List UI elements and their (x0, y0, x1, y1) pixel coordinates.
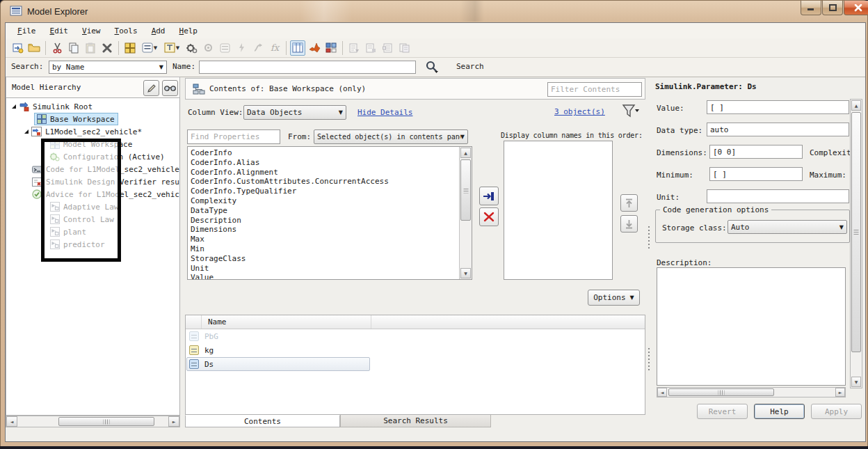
menu-help[interactable]: Help (173, 25, 204, 37)
contents-table[interactable]: Name PbG kg Ds (185, 315, 645, 415)
new-model-icon[interactable] (10, 40, 25, 56)
scroll-right-icon[interactable]: ► (168, 416, 179, 427)
tree-item-model[interactable]: L1Model_sec2_vehicle* (6, 125, 179, 138)
search-button[interactable]: Search (456, 62, 484, 71)
add-subsystem-icon[interactable]: ▼ (161, 40, 182, 56)
color-grid-icon[interactable] (323, 40, 339, 56)
copy-icon[interactable] (66, 40, 81, 56)
cut-icon[interactable] (49, 40, 65, 56)
scroll-thumb[interactable] (851, 112, 861, 352)
object-count-link[interactable]: 3 object(s) (554, 107, 605, 116)
storage-class-dropdown[interactable]: Auto▼ (728, 220, 847, 234)
scroll-thumb[interactable] (58, 417, 154, 426)
filter-contents-input[interactable] (547, 82, 642, 97)
property-item[interactable]: DataType (188, 206, 472, 216)
minimum-input[interactable] (709, 167, 803, 181)
delete-icon[interactable] (99, 40, 115, 56)
scroll-up-icon[interactable]: ▲ (460, 148, 471, 158)
property-item[interactable]: Max (188, 235, 472, 244)
report-icon-4[interactable] (396, 40, 412, 56)
property-item[interactable]: CoderInfo.CustomAttributes.ConcurrentAcc… (188, 177, 472, 187)
maximize-button[interactable] (822, 1, 843, 15)
dimensions-input[interactable] (709, 145, 803, 159)
report-icon-1[interactable] (346, 40, 362, 56)
property-item[interactable]: CoderInfo.Alignment (188, 168, 472, 178)
view-glasses-button[interactable] (162, 80, 178, 96)
config-disabled-icon[interactable] (200, 40, 216, 56)
signal-icon[interactable] (250, 40, 266, 56)
data-disabled-icon[interactable] (217, 40, 232, 56)
property-item[interactable]: CoderInfo.Alias (188, 158, 472, 168)
hierarchy-h-scrollbar[interactable]: ◄ ► (6, 416, 180, 427)
configuration-icon[interactable] (184, 40, 199, 56)
property-item[interactable]: Min (188, 244, 472, 254)
property-item[interactable]: CoderInfo (188, 148, 472, 158)
close-button[interactable] (844, 1, 868, 15)
search-name-input[interactable] (199, 61, 416, 74)
column-view-dropdown[interactable]: Data Objects▼ (243, 105, 346, 120)
report-icon-3[interactable] (380, 40, 395, 56)
menu-add[interactable]: Add (145, 25, 172, 37)
function-icon[interactable]: fx (267, 40, 282, 56)
tree-item-base-workspace[interactable]: Base Workspace (6, 113, 179, 125)
data-type-input[interactable] (707, 123, 849, 136)
scroll-right-icon[interactable]: ► (835, 388, 845, 397)
unit-input[interactable] (707, 189, 849, 203)
scroll-down-icon[interactable]: ▼ (851, 377, 861, 387)
value-input[interactable] (707, 100, 849, 114)
menu-tools[interactable]: Tools (108, 25, 144, 37)
scroll-left-icon[interactable]: ◄ (657, 388, 667, 397)
property-item[interactable]: Value (188, 273, 472, 280)
hide-details-link[interactable]: Hide Details (357, 108, 412, 117)
expander-icon[interactable] (12, 104, 16, 109)
expander-icon[interactable] (24, 129, 29, 134)
menu-edit[interactable]: Edit (44, 25, 75, 37)
scroll-left-icon[interactable]: ◄ (6, 416, 17, 427)
tree-item-simulink-root[interactable]: Simulink Root (6, 100, 179, 113)
base-workspace-icon[interactable] (122, 40, 138, 56)
tab-contents[interactable]: Contents (185, 415, 340, 427)
apply-button[interactable]: Apply (811, 404, 862, 419)
find-properties-input[interactable] (187, 129, 280, 144)
revert-button[interactable]: Revert (697, 404, 748, 419)
scroll-down-icon[interactable]: ▼ (460, 268, 471, 278)
name-column-header[interactable]: Name (208, 317, 227, 326)
add-column-button[interactable] (479, 187, 499, 205)
property-item[interactable]: CoderInfo.TypeQualifier (188, 187, 472, 196)
dialog-v-scrollbar[interactable]: ▲ ▼ (850, 99, 862, 388)
help-button[interactable]: Help (754, 404, 805, 419)
from-dropdown[interactable]: Selected object(s) in contents pane▼ (314, 129, 468, 144)
add-data-object-icon[interactable]: ▼ (139, 40, 160, 56)
report-icon-2[interactable] (363, 40, 378, 56)
filter-funnel-icon[interactable] (622, 103, 640, 122)
vertical-splitter[interactable] (648, 77, 650, 427)
search-mode-dropdown[interactable]: by Name▼ (49, 61, 167, 74)
tab-search-results[interactable]: Search Results (340, 415, 491, 427)
update-diagram-icon[interactable] (234, 40, 249, 56)
scroll-thumb[interactable] (460, 159, 471, 221)
open-folder-icon[interactable] (26, 40, 42, 56)
scroll-thumb[interactable] (668, 388, 774, 396)
table-row-selected[interactable]: Ds (186, 357, 645, 371)
property-item[interactable]: Unit (188, 264, 472, 274)
remove-column-button[interactable] (479, 207, 499, 226)
table-row[interactable]: PbG (186, 329, 645, 343)
menu-file[interactable]: File (11, 25, 42, 37)
move-down-button[interactable] (620, 215, 638, 233)
options-button[interactable]: Options▼ (588, 290, 640, 306)
table-row[interactable]: kg (186, 343, 645, 357)
minimize-button[interactable] (801, 1, 821, 15)
paste-icon[interactable] (83, 40, 98, 56)
description-textarea[interactable] (657, 267, 846, 386)
matlab-icon[interactable] (307, 40, 322, 56)
column-view-icon[interactable] (290, 40, 305, 56)
dialog-h-scrollbar[interactable]: ◄ ► (657, 387, 846, 397)
properties-listbox[interactable]: CoderInfo CoderInfo.Alias CoderInfo.Alig… (187, 146, 472, 280)
move-up-button[interactable] (620, 194, 638, 212)
property-item[interactable]: Description (188, 216, 472, 226)
properties-v-scrollbar[interactable]: ▲ ▼ (459, 147, 472, 279)
run-search-icon[interactable] (424, 60, 440, 76)
column-order-listbox[interactable] (504, 141, 613, 280)
scroll-up-icon[interactable]: ▲ (851, 100, 861, 111)
menu-view[interactable]: View (76, 25, 107, 37)
